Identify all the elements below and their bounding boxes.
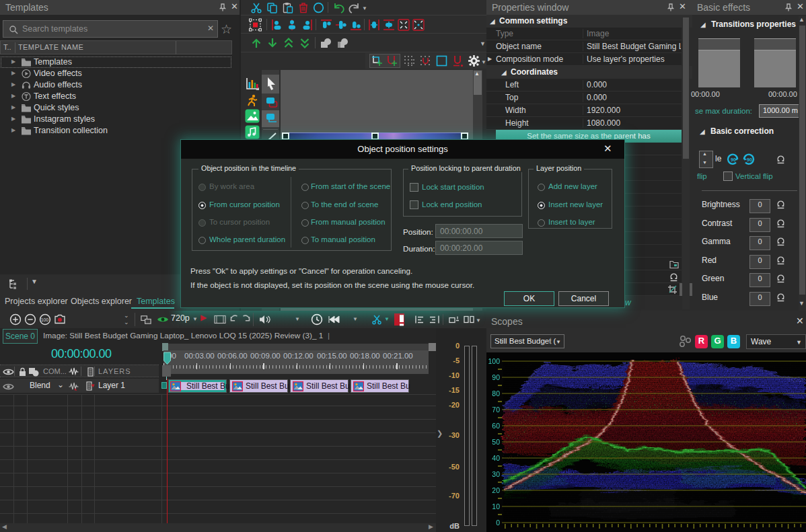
svg-text:0: 0 xyxy=(496,519,500,527)
svg-text:10: 10 xyxy=(492,502,500,510)
svg-text:50: 50 xyxy=(492,438,500,446)
svg-text:90: 90 xyxy=(492,373,500,381)
svg-text:100: 100 xyxy=(488,357,500,365)
svg-text:30: 30 xyxy=(492,470,500,478)
svg-text:70: 70 xyxy=(492,406,500,414)
svg-text:80: 80 xyxy=(492,389,500,397)
svg-text:40: 40 xyxy=(492,454,500,462)
svg-text:20: 20 xyxy=(492,486,500,494)
svg-text:90: 90 xyxy=(747,157,752,162)
svg-text:90: 90 xyxy=(731,157,736,162)
svg-text:100: 100 xyxy=(41,317,49,322)
svg-text:60: 60 xyxy=(492,422,500,430)
